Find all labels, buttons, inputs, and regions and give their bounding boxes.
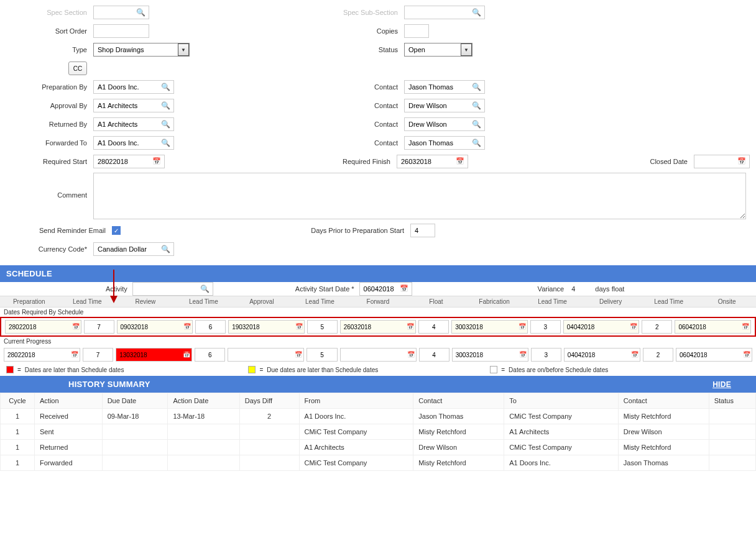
copies-label: Copies <box>317 27 404 35</box>
schedule-required-row: 📅 📅 📅 📅 📅 📅 📅 <box>0 317 756 337</box>
req-fabrication-date[interactable] <box>451 320 528 334</box>
search-icon[interactable]: 🔍 <box>161 139 170 147</box>
search-icon[interactable]: 🔍 <box>472 8 481 17</box>
chevron-down-icon[interactable]: ▼ <box>178 43 189 56</box>
prog-lt3[interactable] <box>307 348 337 362</box>
calendar-icon[interactable]: 📅 <box>295 351 302 358</box>
calendar-icon[interactable]: 📅 <box>742 323 749 330</box>
closed-date-label: Closed Date <box>638 158 694 165</box>
variance-label: Variance <box>538 285 565 293</box>
send-reminder-checkbox[interactable]: ✓ <box>112 226 121 235</box>
schedule-legend: =Dates are later than Schedule dates =Du… <box>0 363 756 376</box>
dates-required-label: Dates Required By Schedule <box>0 308 756 317</box>
copies-input[interactable] <box>404 24 429 38</box>
prog-lt4[interactable] <box>531 348 561 362</box>
calendar-icon[interactable]: 📅 <box>737 157 746 165</box>
calendar-icon[interactable]: 📅 <box>631 351 638 358</box>
search-icon[interactable]: 🔍 <box>472 101 481 110</box>
search-icon[interactable]: 🔍 <box>200 285 210 293</box>
activity-start-label: Activity Start Date * <box>295 285 354 293</box>
days-float-label: days float <box>595 285 624 293</box>
search-icon[interactable]: 🔍 <box>472 120 481 129</box>
history-table: Cycle Action Due Date Action Date Days D… <box>0 393 756 471</box>
returned-by-label: Returned By <box>6 121 93 128</box>
calendar-icon[interactable]: 📅 <box>400 285 408 293</box>
calendar-icon[interactable]: 📅 <box>183 323 191 330</box>
status-select[interactable]: ▼ <box>404 43 472 57</box>
prog-lt2[interactable] <box>195 348 225 362</box>
form-detail-area: Spec Section 🔍 Spec Sub-Section 🔍 Sort O… <box>0 0 756 265</box>
calendar-icon[interactable]: 📅 <box>407 351 415 358</box>
req-onsite-date[interactable] <box>675 320 751 334</box>
contact-label: Contact <box>317 102 404 109</box>
prog-approval-date[interactable] <box>228 348 304 362</box>
type-label: Type <box>6 46 93 53</box>
calendar-icon[interactable]: 📅 <box>152 157 161 165</box>
req-lt4[interactable] <box>530 320 561 334</box>
prog-onsite-date[interactable] <box>676 348 752 362</box>
search-icon[interactable]: 🔍 <box>472 139 481 147</box>
spec-section-label: Spec Section <box>6 9 93 16</box>
legend-white-swatch <box>490 366 497 373</box>
search-icon[interactable]: 🔍 <box>472 83 481 91</box>
search-icon[interactable]: 🔍 <box>161 120 170 129</box>
req-delivery-date[interactable] <box>563 320 640 334</box>
req-approval-date[interactable] <box>228 320 305 334</box>
req-forward-date[interactable] <box>340 320 417 334</box>
req-lt3[interactable] <box>307 320 338 334</box>
send-reminder-label: Send Reminder Email <box>6 227 112 234</box>
req-lt5[interactable] <box>642 320 672 334</box>
sort-order-label: Sort Order <box>6 27 93 35</box>
legend-red-swatch <box>6 366 14 373</box>
table-row[interactable]: 1ForwardedCMiC Test CompanyMisty Retchfo… <box>1 455 756 471</box>
current-progress-label: Current Progress <box>0 337 756 346</box>
prog-float[interactable] <box>419 348 449 362</box>
prog-fabrication-date[interactable] <box>452 348 528 362</box>
req-float[interactable] <box>418 320 449 334</box>
req-review-date[interactable] <box>117 320 193 334</box>
hide-link[interactable]: HIDE <box>712 380 750 389</box>
req-lt2[interactable] <box>195 320 226 334</box>
prog-delivery-date[interactable] <box>564 348 640 362</box>
prog-forward-date[interactable] <box>340 348 417 362</box>
activity-label: Activity <box>106 285 127 293</box>
req-preparation-date[interactable] <box>5 320 81 334</box>
calendar-icon[interactable]: 📅 <box>295 323 303 330</box>
table-row[interactable]: 1Received09-Mar-1813-Mar-182A1 Doors Inc… <box>1 409 756 424</box>
comment-label: Comment <box>6 173 93 199</box>
days-prior-input[interactable] <box>410 224 435 237</box>
calendar-icon[interactable]: 📅 <box>72 323 80 330</box>
search-icon[interactable]: 🔍 <box>136 8 145 17</box>
prog-preparation-date[interactable] <box>4 348 80 362</box>
contact-label: Contact <box>317 139 404 147</box>
calendar-icon[interactable]: 📅 <box>71 351 78 358</box>
table-row[interactable]: 1ReturnedA1 ArchitectsDrew WilsonCMiC Te… <box>1 440 756 455</box>
calendar-icon[interactable]: 📅 <box>519 351 527 358</box>
calendar-icon[interactable]: 📅 <box>183 351 190 358</box>
cc-button[interactable]: CC <box>68 62 87 75</box>
table-row[interactable]: 1SentCMiC Test CompanyMisty RetchfordA1 … <box>1 424 756 440</box>
contact-label: Contact <box>317 121 404 128</box>
calendar-icon[interactable]: 📅 <box>456 157 464 165</box>
required-start-label: Required Start <box>6 158 93 165</box>
type-select[interactable]: ▼ <box>93 43 190 57</box>
days-prior-label: Days Prior to Preparation Start <box>305 227 410 234</box>
prog-lt1[interactable] <box>83 348 113 362</box>
calendar-icon[interactable]: 📅 <box>743 351 750 358</box>
contact-label: Contact <box>317 83 404 91</box>
currency-code-label: Currency Code* <box>6 245 93 253</box>
calendar-icon[interactable]: 📅 <box>519 323 526 330</box>
prog-lt5[interactable] <box>643 348 673 362</box>
search-icon[interactable]: 🔍 <box>161 101 170 110</box>
req-lt1[interactable] <box>84 320 114 334</box>
search-icon[interactable]: 🔍 <box>161 83 170 91</box>
chevron-down-icon[interactable]: ▼ <box>461 43 472 56</box>
search-icon[interactable]: 🔍 <box>161 245 170 253</box>
prog-review-date[interactable] <box>116 348 192 362</box>
calendar-icon[interactable]: 📅 <box>630 323 637 330</box>
status-label: Status <box>317 46 404 53</box>
sort-order-input[interactable] <box>93 24 149 38</box>
calendar-icon[interactable]: 📅 <box>407 323 414 330</box>
comment-textarea[interactable] <box>93 173 746 219</box>
schedule-column-headers: PreparationLead Time ReviewLead Time App… <box>0 296 756 308</box>
